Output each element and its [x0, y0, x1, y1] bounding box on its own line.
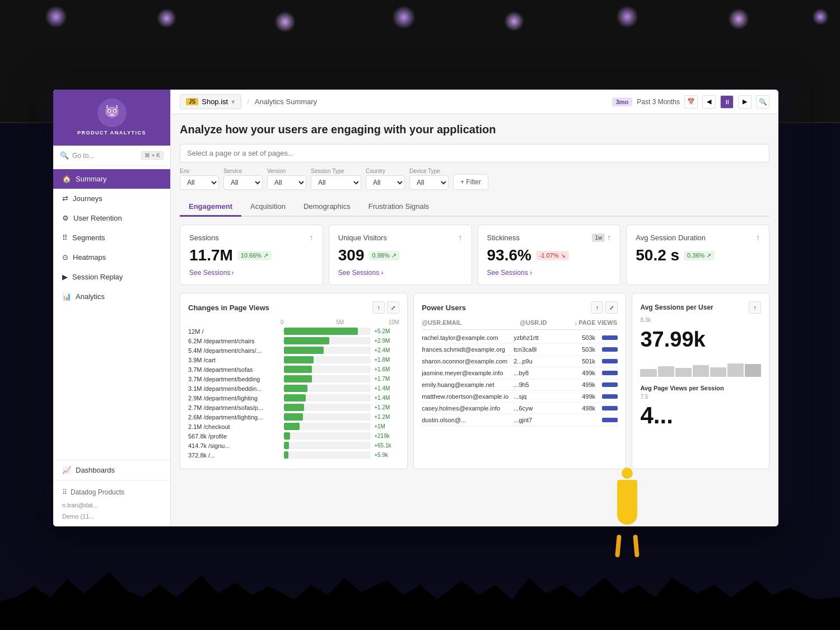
- power-users-table-body: rachel.taylor@example.comyzbhz1rtt503kfr…: [422, 332, 618, 426]
- device-type-select[interactable]: All: [409, 175, 449, 190]
- avg-pageviews-value: 4...: [640, 402, 761, 429]
- table-row: matthew.robertson@example.io...sjq499k: [422, 391, 618, 403]
- sidebar-item-journeys[interactable]: ⇄ Journeys: [53, 189, 170, 208]
- table-row: frances.schmidt@example.orgtcn3ca8l503k: [422, 344, 618, 356]
- chart-bar-row: 2.7M /department/sofas/p...+1.2M: [188, 404, 399, 411]
- td-views: 499k: [564, 393, 595, 400]
- env-select[interactable]: All: [180, 175, 219, 190]
- session-type-select[interactable]: All: [311, 175, 361, 190]
- sidebar-item-user-retention[interactable]: ⚙ User Retention: [53, 208, 170, 228]
- chart-bar-row: 3.7M /department/sofas+1.6M: [188, 366, 399, 373]
- device-type-label: Device Type: [409, 168, 449, 174]
- stage-presenter: [610, 468, 644, 557]
- table-row: rachel.taylor@example.comyzbhz1rtt503k: [422, 332, 618, 344]
- segments-icon: ⠿: [62, 234, 68, 242]
- visitors-upload-icon[interactable]: ↑: [459, 233, 463, 242]
- sessions-upload-icon[interactable]: ↑: [310, 233, 314, 242]
- mini-bar: [602, 406, 618, 410]
- dropdown-icon: ▾: [231, 97, 235, 106]
- bar-label: 3.7M /department/bedding: [188, 376, 281, 382]
- chart-bar-row: 3.7M /department/bedding+1.7M: [188, 375, 399, 382]
- sidebar-search[interactable]: 🔍 Go to... ⌘ + K: [53, 146, 170, 166]
- sidebar-item-label: Segments: [72, 234, 105, 242]
- env-label: Env: [180, 168, 219, 174]
- app-name: Shop.ist: [202, 97, 228, 106]
- datadog-products-label: Datadog Products: [71, 488, 124, 496]
- power-users-export-btn[interactable]: ↑: [591, 301, 603, 314]
- stickiness-upload-icon[interactable]: ↑: [607, 233, 611, 242]
- search-label: Go to...: [72, 152, 94, 160]
- td-id: ...6cyw: [514, 405, 564, 412]
- bar-label: 12M /: [188, 328, 281, 335]
- tabs-row: Engagement Acquisition Demographics Frus…: [180, 198, 769, 217]
- sidebar-item-label: Summary: [76, 175, 107, 183]
- sidebar-item-label: Journeys: [73, 194, 102, 203]
- calendar-icon-btn[interactable]: 📅: [684, 95, 698, 109]
- page-search-input[interactable]: [180, 144, 769, 162]
- bar-label: 2.9M /department/lighting: [188, 395, 281, 402]
- time-controls: 3mo Past 3 Months 📅 ◀ ⏸ ▶ 🔍: [612, 95, 769, 109]
- sidebar-item-analytics[interactable]: 📊 Analytics: [53, 287, 170, 306]
- bar-delta: +1.2M: [374, 404, 399, 410]
- sidebar-item-label: Session Replay: [72, 273, 123, 281]
- chart-bar-row: 414.7k /signu...+65.1k: [188, 442, 399, 449]
- tab-acquisition[interactable]: Acquisition: [241, 198, 295, 216]
- avg-pageviews-axis: 7.5: [640, 394, 761, 400]
- page-title-bar: Analytics Summary: [255, 97, 317, 106]
- service-select[interactable]: All: [223, 175, 263, 190]
- filter-btn[interactable]: + Filter: [453, 174, 488, 190]
- version-select[interactable]: All: [267, 175, 306, 190]
- stickiness-value: 93.6%: [487, 246, 531, 264]
- sessions-see-link[interactable]: See Sessions ›: [189, 269, 314, 277]
- page-heading: Analyze how your users are engaging with…: [180, 123, 769, 136]
- prev-btn[interactable]: ◀: [702, 95, 716, 109]
- bar-delta: +5.9k: [374, 452, 399, 458]
- tab-frustration-signals[interactable]: Frustration Signals: [360, 198, 438, 216]
- bar-track: [284, 366, 371, 373]
- sidebar-item-session-replay[interactable]: ▶ Session Replay: [53, 267, 170, 287]
- power-users-expand-btn[interactable]: ⤢: [605, 301, 618, 314]
- table-row: jasmine.meyer@example.info...by8499k: [422, 367, 618, 379]
- bar-track: [284, 394, 371, 402]
- next-btn[interactable]: ▶: [738, 95, 752, 109]
- metrics-row: Sessions ↑ 11.7M 10.66% ↗ See Sessions: [180, 225, 769, 285]
- table-row: casey.holmes@example.info...6cyw498k: [422, 403, 618, 414]
- page-views-card-icons: ↑ ⤢: [372, 301, 399, 314]
- avg-sessions-export-btn[interactable]: ↑: [749, 301, 761, 314]
- content-area: Analyze how your users are engaging with…: [171, 114, 778, 526]
- pause-btn[interactable]: ⏸: [720, 95, 734, 109]
- app-selector[interactable]: JS Shop.ist ▾: [180, 94, 241, 109]
- chart-bar-row: 372.8k /...+5.9k: [188, 451, 399, 459]
- sidebar-item-summary[interactable]: 🏠 Summary: [53, 169, 170, 189]
- service-filter: Service All: [223, 168, 263, 190]
- page-views-expand-btn[interactable]: ⤢: [387, 301, 399, 314]
- power-users-title: Power Users: [422, 304, 466, 312]
- home-icon: 🏠: [62, 175, 71, 183]
- sidebar-item-dashboards[interactable]: 📈 Dashboards: [53, 460, 170, 480]
- country-select[interactable]: All: [366, 175, 405, 190]
- power-users-table-header: @USR.EMAIL @USR.ID ↓ PAGE VIEWS: [422, 319, 618, 330]
- tab-demographics[interactable]: Demographics: [295, 198, 360, 216]
- duration-upload-icon[interactable]: ↑: [756, 233, 760, 242]
- bar-label: 3.9M /cart: [188, 357, 281, 363]
- sidebar-item-heatmaps[interactable]: ⊙ Heatmaps: [53, 248, 170, 267]
- metric-card-stickiness: Stickiness 1w ↑ 93.6% -1.07% ↘: [478, 225, 621, 285]
- stickiness-see-link[interactable]: See Sessions ›: [487, 269, 612, 277]
- td-email: frances.schmidt@example.org: [422, 346, 514, 353]
- datadog-products-btn[interactable]: ⠿ Datadog Products: [60, 485, 164, 500]
- dashboards-icon: 📈: [62, 466, 71, 474]
- sidebar-item-segments[interactable]: ⠿ Segments: [53, 228, 170, 248]
- visitors-title: Unique Visitors: [338, 234, 387, 242]
- zoom-btn[interactable]: 🔍: [756, 95, 769, 109]
- sidebar-item-label: Analytics: [76, 292, 105, 301]
- chart-bar-row: 6.2M /department/chairs+2.9M: [188, 337, 399, 344]
- bar-label: 567.8k /profile: [188, 433, 281, 440]
- tab-engagement[interactable]: Engagement: [180, 198, 241, 217]
- search-shortcut: ⌘ + K: [141, 151, 164, 160]
- sidebar: PRODUCT ANALYTICS 🔍 Go to... ⌘ + K 🏠 Sum…: [53, 90, 171, 526]
- sidebar-item-label: Heatmaps: [73, 253, 106, 262]
- chart-bar-row: 5.4M /department/chairs/...+2.4M: [188, 347, 399, 354]
- device-type-filter: Device Type All: [409, 168, 449, 190]
- visitors-see-link[interactable]: See Sessions ›: [338, 269, 463, 277]
- page-views-export-btn[interactable]: ↑: [372, 301, 385, 314]
